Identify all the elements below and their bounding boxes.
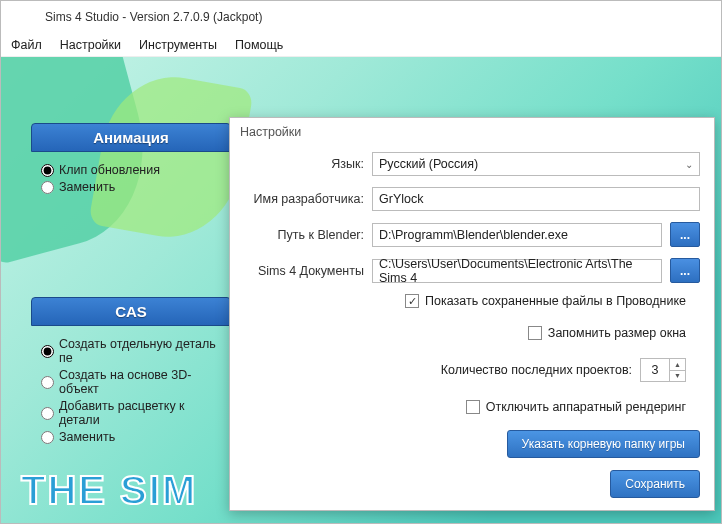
blender-label: Путь к Blender: bbox=[230, 228, 364, 242]
row-blender: Путь к Blender: D:\Programm\Blender\blen… bbox=[230, 222, 700, 247]
show-saved-checkbox[interactable]: ✓ bbox=[405, 294, 419, 308]
disable-hw-checkbox[interactable] bbox=[466, 400, 480, 414]
app-window: Sims 4 Studio - Version 2.7.0.9 (Jackpot… bbox=[0, 0, 722, 524]
anim-radio-replace[interactable] bbox=[41, 181, 54, 194]
row-documents: Sims 4 Документы C:\Users\User\Documents… bbox=[230, 258, 700, 283]
blender-value: D:\Programm\Blender\blender.exe bbox=[379, 228, 568, 242]
row-developer: Имя разработчика: GrYlock bbox=[230, 187, 700, 211]
language-label: Язык: bbox=[230, 157, 364, 171]
developer-input[interactable]: GrYlock bbox=[372, 187, 700, 211]
panel-animation-header: Анимация bbox=[31, 123, 231, 152]
documents-label: Sims 4 Документы bbox=[230, 264, 364, 278]
developer-value: GrYlock bbox=[379, 192, 423, 206]
panel-cas-body: Создать отдельную деталь пе Создать на о… bbox=[31, 326, 231, 457]
cas-label-1: Создать отдельную деталь пе bbox=[59, 337, 221, 365]
cas-opt-1[interactable]: Создать отдельную деталь пе bbox=[41, 337, 221, 365]
cas-radio-1[interactable] bbox=[41, 345, 54, 358]
documents-browse-button[interactable]: ... bbox=[670, 258, 700, 283]
remember-size-label: Запомнить размер окна bbox=[548, 326, 686, 340]
panel-animation-body: Клип обновления Заменить bbox=[31, 152, 231, 207]
menu-bar: Файл Настройки Инструменты Помощь bbox=[1, 33, 721, 57]
settings-dialog-title: Настройки bbox=[230, 118, 714, 146]
cas-opt-3[interactable]: Добавить расцветку к детали bbox=[41, 399, 221, 427]
disable-hw-label: Отключить аппаратный рендеринг bbox=[486, 400, 686, 414]
documents-input[interactable]: C:\Users\User\Documents\Electronic Arts\… bbox=[372, 259, 662, 283]
window-title: Sims 4 Studio - Version 2.7.0.9 (Jackpot… bbox=[45, 10, 262, 24]
save-button[interactable]: Сохранить bbox=[610, 470, 700, 498]
language-value: Русский (Россия) bbox=[379, 157, 478, 171]
cas-radio-2[interactable] bbox=[41, 376, 54, 389]
anim-opt-replace[interactable]: Заменить bbox=[41, 180, 221, 194]
settings-body: Язык: Русский (Россия) ⌄ Имя разработчик… bbox=[230, 146, 714, 420]
chevron-down-icon: ⌄ bbox=[685, 159, 693, 170]
cas-radio-4[interactable] bbox=[41, 431, 54, 444]
spinner-up-icon[interactable]: ▲ bbox=[670, 359, 685, 371]
recent-value: 3 bbox=[641, 359, 669, 381]
cas-label-2: Создать на основе 3D-объект bbox=[59, 368, 221, 396]
content-area: THE SIM Анимация Клип обновления Заменит… bbox=[1, 57, 721, 523]
cas-label-4: Заменить bbox=[59, 430, 115, 444]
recent-spinner[interactable]: 3 ▲ ▼ bbox=[640, 358, 686, 382]
menu-settings[interactable]: Настройки bbox=[60, 38, 121, 52]
menu-file[interactable]: Файл bbox=[11, 38, 42, 52]
logo-text: THE SIM bbox=[21, 468, 197, 513]
documents-value: C:\Users\User\Documents\Electronic Arts\… bbox=[379, 257, 655, 285]
cas-radio-3[interactable] bbox=[41, 407, 54, 420]
settings-dialog: Настройки Язык: Русский (Россия) ⌄ Имя р… bbox=[229, 117, 715, 511]
menu-tools[interactable]: Инструменты bbox=[139, 38, 217, 52]
show-saved-label: Показать сохраненные файлы в Проводнике bbox=[425, 294, 686, 308]
panel-cas-header: CAS bbox=[31, 297, 231, 326]
anim-radio-clip[interactable] bbox=[41, 164, 54, 177]
anim-label-replace: Заменить bbox=[59, 180, 115, 194]
row-language: Язык: Русский (Россия) ⌄ bbox=[230, 152, 700, 176]
settings-footer-2: Сохранить bbox=[230, 470, 714, 510]
developer-label: Имя разработчика: bbox=[230, 192, 364, 206]
spinner-arrows: ▲ ▼ bbox=[669, 359, 685, 381]
spinner-down-icon[interactable]: ▼ bbox=[670, 371, 685, 382]
row-disable-hw[interactable]: Отключить аппаратный рендеринг bbox=[230, 400, 686, 414]
blender-input[interactable]: D:\Programm\Blender\blender.exe bbox=[372, 223, 662, 247]
blender-browse-button[interactable]: ... bbox=[670, 222, 700, 247]
panel-cas: CAS Создать отдельную деталь пе Создать … bbox=[31, 297, 231, 457]
row-recent-projects: Количество последних проектов: 3 ▲ ▼ bbox=[230, 358, 686, 382]
row-show-saved[interactable]: ✓ Показать сохраненные файлы в Проводник… bbox=[230, 294, 686, 308]
anim-opt-clip[interactable]: Клип обновления bbox=[41, 163, 221, 177]
panel-animation: Анимация Клип обновления Заменить bbox=[31, 123, 231, 207]
recent-label: Количество последних проектов: bbox=[441, 363, 632, 377]
cas-opt-2[interactable]: Создать на основе 3D-объект bbox=[41, 368, 221, 396]
remember-size-checkbox[interactable] bbox=[528, 326, 542, 340]
settings-footer: Указать корневую папку игры bbox=[230, 420, 714, 470]
title-bar: Sims 4 Studio - Version 2.7.0.9 (Jackpot… bbox=[1, 1, 721, 33]
cas-opt-4[interactable]: Заменить bbox=[41, 430, 221, 444]
row-remember-size[interactable]: Запомнить размер окна bbox=[230, 326, 686, 340]
anim-label-clip: Клип обновления bbox=[59, 163, 160, 177]
cas-label-3: Добавить расцветку к детали bbox=[59, 399, 221, 427]
language-select[interactable]: Русский (Россия) ⌄ bbox=[372, 152, 700, 176]
menu-help[interactable]: Помощь bbox=[235, 38, 283, 52]
set-game-root-button[interactable]: Указать корневую папку игры bbox=[507, 430, 700, 458]
